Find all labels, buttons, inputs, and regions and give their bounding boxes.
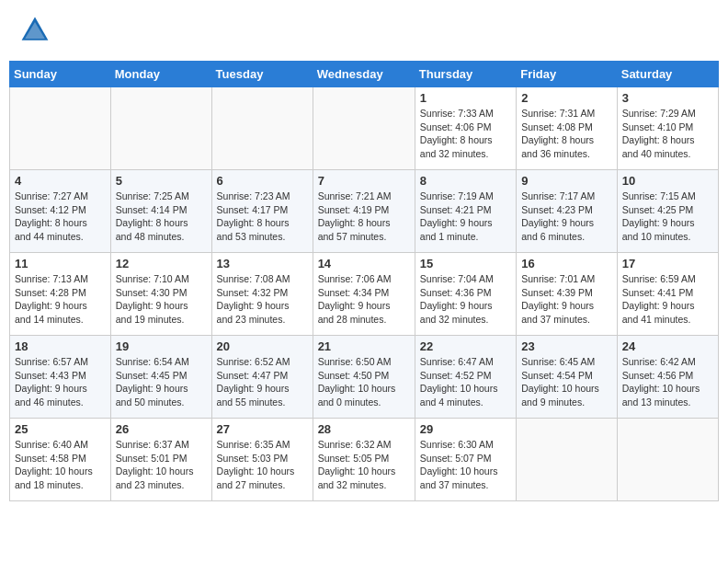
calendar-cell: 3Sunrise: 7:29 AM Sunset: 4:10 PM Daylig… [617,87,718,170]
calendar-cell [211,87,313,170]
day-number: 27 [217,422,308,436]
day-number: 5 [116,174,207,188]
calendar-cell: 29Sunrise: 6:30 AM Sunset: 5:07 PM Dayli… [415,419,516,501]
day-number: 22 [420,339,511,353]
day-info: Sunrise: 6:47 AM Sunset: 4:52 PM Dayligh… [420,355,511,409]
day-number: 29 [420,422,511,436]
week-row-1: 1Sunrise: 7:33 AM Sunset: 4:06 PM Daylig… [10,87,719,170]
col-header-wednesday: Wednesday [313,62,415,87]
week-row-2: 4Sunrise: 7:27 AM Sunset: 4:12 PM Daylig… [10,170,719,253]
day-info: Sunrise: 6:52 AM Sunset: 4:47 PM Dayligh… [217,355,308,409]
calendar-cell: 21Sunrise: 6:50 AM Sunset: 4:50 PM Dayli… [313,336,415,419]
calendar-cell: 16Sunrise: 7:01 AM Sunset: 4:39 PM Dayli… [517,253,618,336]
day-number: 9 [521,174,612,188]
calendar-cell: 27Sunrise: 6:35 AM Sunset: 5:03 PM Dayli… [211,419,313,501]
day-info: Sunrise: 6:45 AM Sunset: 4:54 PM Dayligh… [521,355,612,409]
col-header-monday: Monday [110,62,211,87]
day-info: Sunrise: 7:25 AM Sunset: 4:14 PM Dayligh… [116,190,207,244]
day-number: 16 [521,257,612,270]
day-info: Sunrise: 6:42 AM Sunset: 4:56 PM Dayligh… [622,355,713,409]
day-number: 1 [420,91,511,105]
day-number: 10 [622,174,713,188]
calendar-cell: 24Sunrise: 6:42 AM Sunset: 4:56 PM Dayli… [617,336,718,419]
calendar-cell: 2Sunrise: 7:31 AM Sunset: 4:08 PM Daylig… [517,87,618,170]
page-header [9,9,719,52]
day-number: 8 [420,174,511,188]
calendar-table: SundayMondayTuesdayWednesdayThursdayFrid… [9,61,719,501]
day-info: Sunrise: 6:37 AM Sunset: 5:01 PM Dayligh… [116,438,207,492]
calendar-cell: 15Sunrise: 7:04 AM Sunset: 4:36 PM Dayli… [415,253,516,336]
day-info: Sunrise: 7:21 AM Sunset: 4:19 PM Dayligh… [318,190,410,244]
calendar-cell: 25Sunrise: 6:40 AM Sunset: 4:58 PM Dayli… [10,419,111,501]
day-number: 28 [318,422,410,436]
day-number: 2 [521,91,612,105]
calendar-cell: 6Sunrise: 7:23 AM Sunset: 4:17 PM Daylig… [211,170,313,253]
calendar-cell: 7Sunrise: 7:21 AM Sunset: 4:19 PM Daylig… [313,170,415,253]
day-info: Sunrise: 7:19 AM Sunset: 4:21 PM Dayligh… [420,190,511,244]
day-number: 12 [116,257,207,270]
calendar-cell: 22Sunrise: 6:47 AM Sunset: 4:52 PM Dayli… [415,336,516,419]
logo [18,14,55,47]
day-info: Sunrise: 7:13 AM Sunset: 4:28 PM Dayligh… [15,272,106,327]
day-info: Sunrise: 7:31 AM Sunset: 4:08 PM Dayligh… [521,107,612,161]
col-header-thursday: Thursday [415,62,516,87]
day-number: 19 [116,339,207,353]
calendar-cell: 26Sunrise: 6:37 AM Sunset: 5:01 PM Dayli… [110,419,211,501]
day-info: Sunrise: 6:35 AM Sunset: 5:03 PM Dayligh… [217,438,308,492]
calendar-cell: 8Sunrise: 7:19 AM Sunset: 4:21 PM Daylig… [415,170,516,253]
day-info: Sunrise: 7:06 AM Sunset: 4:34 PM Dayligh… [318,272,410,327]
day-info: Sunrise: 7:10 AM Sunset: 4:30 PM Dayligh… [116,272,207,327]
day-info: Sunrise: 6:40 AM Sunset: 4:58 PM Dayligh… [15,438,106,492]
day-number: 18 [15,339,106,353]
day-info: Sunrise: 7:15 AM Sunset: 4:25 PM Dayligh… [622,190,713,244]
week-row-3: 11Sunrise: 7:13 AM Sunset: 4:28 PM Dayli… [10,253,719,336]
day-number: 26 [116,422,207,436]
calendar-cell [313,87,415,170]
col-header-tuesday: Tuesday [211,62,313,87]
day-info: Sunrise: 6:32 AM Sunset: 5:05 PM Dayligh… [318,438,410,492]
calendar-cell: 14Sunrise: 7:06 AM Sunset: 4:34 PM Dayli… [313,253,415,336]
day-info: Sunrise: 6:30 AM Sunset: 5:07 PM Dayligh… [420,438,511,492]
calendar-cell [617,419,718,501]
calendar-cell [10,87,111,170]
day-info: Sunrise: 6:57 AM Sunset: 4:43 PM Dayligh… [15,355,106,409]
col-header-friday: Friday [517,62,618,87]
col-header-saturday: Saturday [617,62,718,87]
day-number: 20 [217,339,308,353]
calendar-cell: 4Sunrise: 7:27 AM Sunset: 4:12 PM Daylig… [10,170,111,253]
calendar-cell: 28Sunrise: 6:32 AM Sunset: 5:05 PM Dayli… [313,419,415,501]
calendar-cell: 17Sunrise: 6:59 AM Sunset: 4:41 PM Dayli… [617,253,718,336]
day-number: 7 [318,174,410,188]
day-info: Sunrise: 7:08 AM Sunset: 4:32 PM Dayligh… [217,272,308,327]
day-info: Sunrise: 7:27 AM Sunset: 4:12 PM Dayligh… [15,190,106,244]
day-number: 11 [15,257,106,270]
day-info: Sunrise: 7:23 AM Sunset: 4:17 PM Dayligh… [217,190,308,244]
week-row-4: 18Sunrise: 6:57 AM Sunset: 4:43 PM Dayli… [10,336,719,419]
col-header-sunday: Sunday [10,62,111,87]
day-info: Sunrise: 7:29 AM Sunset: 4:10 PM Dayligh… [622,107,713,161]
day-number: 4 [15,174,106,188]
calendar-cell: 23Sunrise: 6:45 AM Sunset: 4:54 PM Dayli… [517,336,618,419]
calendar-cell: 9Sunrise: 7:17 AM Sunset: 4:23 PM Daylig… [517,170,618,253]
calendar-cell: 20Sunrise: 6:52 AM Sunset: 4:47 PM Dayli… [211,336,313,419]
day-info: Sunrise: 6:54 AM Sunset: 4:45 PM Dayligh… [116,355,207,409]
day-number: 23 [521,339,612,353]
calendar-cell: 10Sunrise: 7:15 AM Sunset: 4:25 PM Dayli… [617,170,718,253]
day-number: 13 [217,257,308,270]
calendar-cell: 12Sunrise: 7:10 AM Sunset: 4:30 PM Dayli… [110,253,211,336]
day-number: 21 [318,339,410,353]
day-number: 25 [15,422,106,436]
day-info: Sunrise: 7:33 AM Sunset: 4:06 PM Dayligh… [420,107,511,161]
week-row-5: 25Sunrise: 6:40 AM Sunset: 4:58 PM Dayli… [10,419,719,501]
day-info: Sunrise: 7:04 AM Sunset: 4:36 PM Dayligh… [420,272,511,327]
day-info: Sunrise: 7:17 AM Sunset: 4:23 PM Dayligh… [521,190,612,244]
calendar-cell: 5Sunrise: 7:25 AM Sunset: 4:14 PM Daylig… [110,170,211,253]
calendar-cell [110,87,211,170]
day-number: 14 [318,257,410,270]
day-number: 24 [622,339,713,353]
calendar-cell: 13Sunrise: 7:08 AM Sunset: 4:32 PM Dayli… [211,253,313,336]
day-number: 17 [622,257,713,270]
day-number: 3 [622,91,713,105]
calendar-cell [517,419,618,501]
day-info: Sunrise: 7:01 AM Sunset: 4:39 PM Dayligh… [521,272,612,327]
